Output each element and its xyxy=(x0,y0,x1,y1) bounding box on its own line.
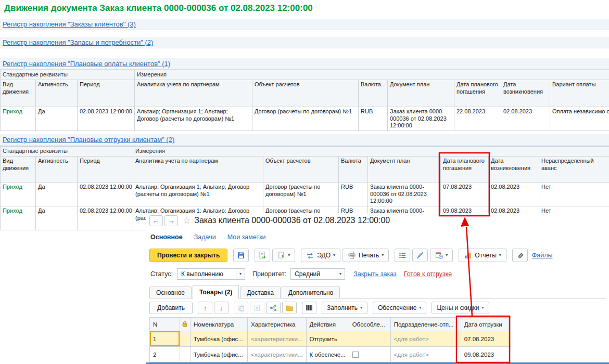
tab-goods[interactable]: Товары (2) xyxy=(193,285,239,298)
files-link[interactable]: Файлы xyxy=(532,252,553,259)
cell-period[interactable]: 02.08.2023 12:00:00 xyxy=(78,107,135,131)
lock-icon-column-header[interactable] xyxy=(180,318,191,331)
forward-button[interactable]: → xyxy=(164,215,178,226)
table-row[interactable]: Приход Да 02.08.2023 12:00:00 Альтаир; О… xyxy=(1,107,609,131)
cell-plan-document[interactable]: Заказ клиента 0000-000036 от 02.08.2023 … xyxy=(388,107,454,131)
navtab-main[interactable]: Основное xyxy=(150,233,183,241)
cell-ship-date[interactable]: 09.08.2023 xyxy=(461,347,511,362)
cell-currency[interactable]: RUB xyxy=(339,182,368,206)
table-row[interactable]: Приход Да 02.08.2023 12:00:00 Альтаир; О… xyxy=(1,182,609,206)
column-header[interactable]: Объект расчетов xyxy=(252,80,359,107)
move-up-button[interactable]: ↑ xyxy=(198,302,212,314)
cell-due-date[interactable]: 22.08.2023 xyxy=(454,107,501,131)
cell-movement-type[interactable]: Приход xyxy=(1,206,36,230)
column-header[interactable]: Дата планового погашения xyxy=(454,80,501,107)
cell-advance[interactable]: Нет xyxy=(539,182,609,206)
tab-additional[interactable]: Дополнительно xyxy=(282,287,340,298)
column-header[interactable]: Документ план xyxy=(388,80,454,107)
column-header[interactable]: Активность xyxy=(36,80,78,107)
cell-origin-date[interactable]: 02.08.2023 xyxy=(501,107,550,131)
cell-plan-document[interactable]: Заказ клиента 0000-000036 от 02.08.2023 … xyxy=(368,182,441,206)
items-row[interactable]: 2 Тумбочка (офис... <характеристики... К… xyxy=(150,347,511,362)
priority-combo[interactable]: Средний ▾ xyxy=(290,268,345,280)
prices-button[interactable]: Цены и скидки ▾ xyxy=(432,302,489,314)
save-button[interactable] xyxy=(233,249,249,262)
column-header[interactable]: Валюта xyxy=(339,156,368,182)
column-header[interactable]: Период xyxy=(78,156,133,182)
cell-activity[interactable]: Да xyxy=(36,107,78,131)
structure-button[interactable] xyxy=(395,249,410,262)
navtab-notes[interactable]: Мои заметки xyxy=(227,233,266,241)
cell-lock[interactable] xyxy=(180,347,191,362)
navtab-tasks[interactable]: Задачи xyxy=(194,233,216,241)
tab-delivery[interactable]: Доставка xyxy=(240,287,281,298)
cell-period[interactable]: 02.08.2023 12:00:00 xyxy=(78,206,133,230)
register-link-payments[interactable]: Регистр накопления "Плановые оплаты клие… xyxy=(3,60,170,68)
cell-partner-analytics[interactable]: Альтаир; Организация 1; Альтаир; Договор… xyxy=(135,107,252,131)
cell-settlement-object[interactable]: Договор (расчеты по договорам) №1 xyxy=(263,182,339,206)
cell-separate[interactable] xyxy=(349,331,390,347)
supply-button[interactable]: Обеспечение ▾ xyxy=(373,302,426,314)
column-header[interactable]: Период xyxy=(78,80,135,107)
column-header[interactable]: Дата возникновения xyxy=(489,156,539,182)
column-header[interactable]: Аналитика учета по партнерам xyxy=(133,156,263,182)
priority-dropdown-button[interactable]: ▾ xyxy=(336,269,345,279)
task-button[interactable] xyxy=(412,249,428,262)
cell-partner-analytics[interactable]: Альтаир; Организация 1; Альтаир; Договор… xyxy=(133,182,263,206)
post-and-close-button[interactable]: Провести и закрыть xyxy=(149,249,227,262)
cell-ship-date[interactable]: 07.08.2023 xyxy=(461,331,511,347)
create-based-on-button[interactable]: ▾ xyxy=(272,249,295,262)
cell-period[interactable]: 02.08.2023 12:00:00 xyxy=(78,182,133,206)
cell-currency[interactable]: RUB xyxy=(359,107,388,131)
add-row-button[interactable]: Добавить xyxy=(149,302,193,314)
cell-movement-type[interactable]: Приход xyxy=(1,107,36,131)
separate-checkbox[interactable] xyxy=(352,352,359,358)
cell-department[interactable]: <для работ> xyxy=(390,347,461,362)
close-order-link[interactable]: Закрыть заказ xyxy=(353,270,397,278)
cell-department[interactable]: <для работ> xyxy=(390,331,461,347)
cell-payment-option[interactable]: Оплата независимо о xyxy=(550,107,609,131)
cell-nomenclature[interactable]: Тумбочка (офис... xyxy=(191,331,248,347)
barcode-button[interactable] xyxy=(302,302,316,314)
cell-lock[interactable] xyxy=(180,331,191,347)
column-header[interactable]: Аналитика учета по партнерам xyxy=(135,80,252,107)
column-header[interactable]: Документ план xyxy=(368,156,441,182)
cell-characteristic[interactable]: <характеристики... xyxy=(248,347,307,362)
column-header-ship-date[interactable]: Дата отгрузки xyxy=(461,318,511,331)
column-header-characteristic[interactable]: Характеристика xyxy=(248,318,307,331)
cell-nomenclature[interactable]: Тумбочка (офис... xyxy=(191,347,248,362)
column-header-actions[interactable]: Действия xyxy=(306,318,349,331)
column-header[interactable]: Валюта xyxy=(359,80,388,107)
cell-activity[interactable]: Да xyxy=(36,206,78,230)
delete-row-button[interactable] xyxy=(250,302,264,314)
status-combo[interactable]: К выполнению ▾ xyxy=(177,268,245,280)
register-link-shipments[interactable]: Регистр накопления "Плановые отгрузки кл… xyxy=(3,136,174,144)
attach-button[interactable] xyxy=(512,249,528,262)
cell-line-number[interactable]: 1 xyxy=(150,331,180,347)
status-dropdown-button[interactable]: ▾ xyxy=(236,269,245,279)
cell-due-date[interactable]: 07.08.2023 xyxy=(441,182,489,206)
post-button[interactable] xyxy=(255,249,270,262)
cell-settlement-object[interactable]: Договор (расчеты по договорам) №1 xyxy=(252,107,359,131)
edo-button[interactable]: ЭДО ▾ xyxy=(301,249,340,262)
column-header[interactable]: Вариант оплаты xyxy=(550,80,609,107)
reminder-button[interactable]: ▾ xyxy=(430,249,453,262)
register-link-orders[interactable]: Регистр накопления "Заказы клиентов" (3) xyxy=(3,20,136,28)
move-down-button[interactable]: ↓ xyxy=(214,302,229,314)
copy-row-button[interactable] xyxy=(234,302,248,314)
tab-main[interactable]: Основное xyxy=(149,287,192,298)
column-header-department[interactable]: Подразделение-отп... xyxy=(390,318,461,331)
print-button[interactable]: Печать ▾ xyxy=(342,249,389,262)
column-header[interactable]: Нераспределенный аванс xyxy=(539,156,609,182)
ready-to-ship-link[interactable]: Готов к отгрузке xyxy=(404,270,452,278)
cell-characteristic[interactable]: <характеристики... xyxy=(248,331,307,347)
register-link-stock[interactable]: Регистр накопления "Запасы и потребности… xyxy=(3,38,153,46)
back-button[interactable]: ← xyxy=(149,215,163,226)
column-header-separate[interactable]: Обособле... xyxy=(349,318,390,331)
cell-movement-type[interactable]: Приход xyxy=(1,182,36,206)
favorite-star-icon[interactable]: ☆ xyxy=(183,215,191,226)
column-header[interactable]: Активность xyxy=(36,156,78,182)
cell-activity[interactable]: Да xyxy=(36,182,78,206)
column-header[interactable]: Вид движения xyxy=(1,80,36,107)
column-header-nomenclature[interactable]: Номенклатура xyxy=(191,318,248,331)
